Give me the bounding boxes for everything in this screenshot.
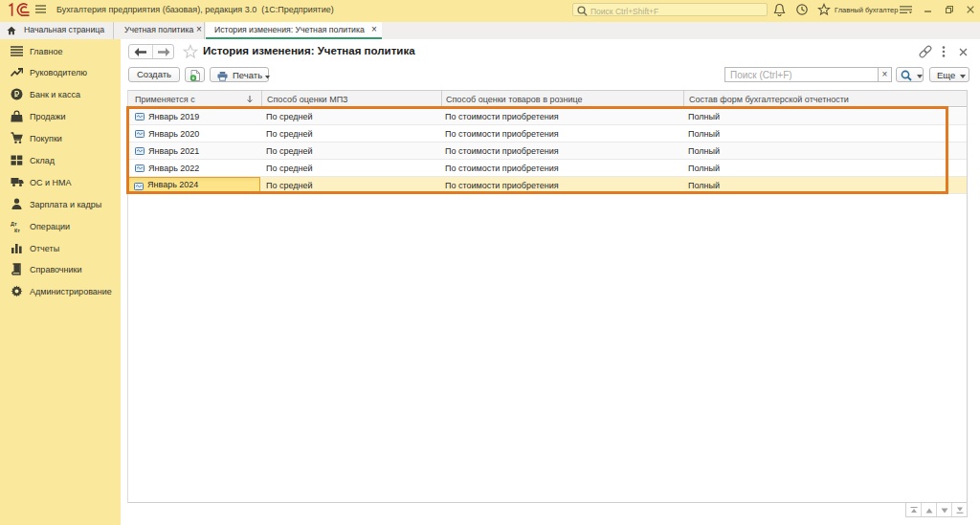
svg-text:Дт: Дт bbox=[11, 221, 17, 227]
svg-text:Кт: Кт bbox=[14, 227, 20, 232]
